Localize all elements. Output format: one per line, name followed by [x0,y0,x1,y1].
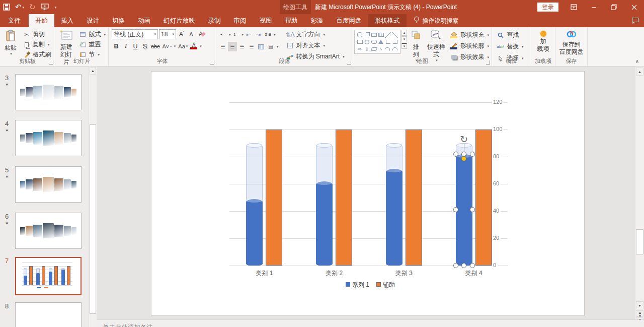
previous-slide-icon[interactable]: ▲▲ [636,310,643,317]
series1-bar-1[interactable] [24,276,27,285]
start-slideshow-icon[interactable] [41,4,49,11]
text-direction-button[interactable]: ⇅A文字方向▾ [285,30,346,39]
increase-indent-icon[interactable]: ⇥ [254,30,263,39]
restore-icon[interactable] [604,0,624,14]
tab-视图[interactable]: 视图 [253,14,279,27]
tab-设计[interactable]: 设计 [80,14,106,27]
clipboard-dialog-launcher-icon[interactable] [49,60,53,64]
cut-button[interactable]: ✂剪切 [21,30,52,39]
align-right-icon[interactable]: ☰ [237,42,247,51]
drawing-dialog-launcher-icon[interactable] [486,60,490,64]
layout-button[interactable]: 版式▾ [77,30,107,39]
series1-bar-1[interactable] [246,199,263,266]
tab-切换[interactable]: 切换 [106,14,131,27]
series1-bar-2[interactable] [316,181,333,266]
scroll-down-icon[interactable]: ▼ [636,301,643,309]
clear-formatting-icon[interactable]: A [197,30,206,39]
justify-icon[interactable]: ☰ [247,42,256,51]
series1-bar-2[interactable] [36,273,40,285]
aux-bar-3[interactable] [406,129,422,266]
tab-shape-format[interactable]: 形状格式 [368,14,407,27]
close-icon[interactable] [624,0,644,14]
decrease-indent-icon[interactable]: ⇤ [244,30,253,39]
copy-button[interactable]: 复制▾ [21,40,52,49]
thumbnails-scrollbar[interactable]: ▲ [89,67,97,327]
rotate-handle-icon[interactable]: ↻ [460,133,468,145]
arrange-button[interactable]: 排列▾ [408,29,424,58]
aux-bar-3[interactable] [54,266,58,285]
new-slide-button[interactable]: 新建 幻灯片▾ [56,29,76,58]
bar-chart[interactable]: 020406080100120类别 1类别 2类别 3类别 4系列 1辅助↻ [229,96,511,293]
tab-百度网盘[interactable]: 百度网盘 [330,14,368,27]
tab-插入[interactable]: 插入 [54,14,80,27]
shape-fill-button[interactable]: 形状填充▾ [448,30,491,40]
save-to-baidu-button[interactable]: 保存到 百度网盘 [556,29,586,57]
thumb-scroll-thumb[interactable] [90,124,96,314]
tab-彩漩[interactable]: 彩漩 [304,14,330,27]
shapes-gallery[interactable]: ⇨⇩ϟ [354,30,400,54]
aux-bar-2[interactable] [42,266,45,285]
scroll-thumb[interactable] [636,229,643,254]
tab-开始[interactable]: 开始 [29,14,54,27]
change-case-button[interactable]: Aa▾ [177,41,189,51]
scroll-up-icon[interactable]: ▲ [636,68,643,76]
numbering-icon[interactable]: 1– [231,30,240,39]
font-color-button[interactable]: A [189,41,198,51]
slide-thumbnail-3[interactable] [15,74,82,110]
slide-thumbnail-6[interactable] [15,213,82,249]
selection-handle[interactable] [470,263,475,268]
slide-thumbnail-8[interactable] [15,302,82,327]
aux-bar-2[interactable] [336,129,352,266]
series1-bar-4[interactable] [61,270,65,285]
customize-qat-icon[interactable]: ▾ [54,6,57,9]
tell-me-search[interactable]: 操作说明搜索 [407,14,459,27]
redo-icon[interactable]: ↻ [29,4,36,11]
replace-button[interactable]: ab⇄替换▾ [495,42,528,51]
grow-font-icon[interactable]: Aˆ [177,30,186,39]
slide-thumbnail-7[interactable] [15,257,82,295]
selection-handle[interactable] [470,152,475,157]
adjust-handle[interactable] [461,156,466,161]
addins-button[interactable]: 加 载项 [532,29,554,54]
main-scrollbar[interactable]: ▲ ▼ ▲▲ ▼▼ [635,67,644,325]
tab-file[interactable]: 文件 [0,14,29,27]
align-center-icon[interactable]: ☰ [228,42,237,51]
font-name-combo[interactable]: 等线 (正文)▾ [112,29,158,39]
columns-icon[interactable] [257,42,266,51]
underline-button[interactable]: U [131,41,140,51]
selection-handle[interactable] [461,263,466,268]
series1-bar-3[interactable] [386,169,403,266]
strikethrough-button[interactable]: abc [150,41,161,51]
gallery-up-icon[interactable]: ▲ [401,30,407,36]
paste-button[interactable]: 粘贴▾ [1,29,20,58]
selection-handle[interactable] [453,207,458,212]
ribbon-display-options-icon[interactable] [564,0,584,14]
aux-bar-4[interactable] [475,129,492,266]
collapse-ribbon-icon[interactable]: ∧ [635,58,639,64]
minimize-icon[interactable] [584,0,604,14]
series1-bar-3[interactable] [49,272,52,285]
find-button[interactable]: 查找 [495,30,528,40]
aux-bar-4[interactable] [67,266,70,285]
sign-in-button[interactable]: 登录 [537,3,558,12]
shape-outline-button[interactable]: 形状轮廓▾ [448,41,491,51]
selection-handle[interactable] [453,263,458,268]
slide-thumbnail-5[interactable] [15,166,82,203]
character-spacing-button[interactable]: AV↔▾ [162,41,177,51]
bold-button[interactable]: B [112,41,121,51]
shrink-font-icon[interactable]: Aˇ [187,30,196,39]
reset-button[interactable]: 重置 [77,40,107,49]
line-spacing-icon[interactable]: ⇕≡ [263,30,272,39]
notes-pane[interactable]: 单击此处添加备注 [97,319,644,327]
add-remove-columns-icon[interactable]: ▤ [266,42,275,51]
slide-7-canvas[interactable]: 020406080100120类别 1类别 2类别 3类别 4系列 1辅助↻ [151,71,585,315]
tab-帮助[interactable]: 帮助 [279,14,304,27]
tab-录制[interactable]: 录制 [202,14,227,27]
aux-bar-1[interactable] [266,129,282,266]
selection-handle[interactable] [453,152,458,157]
tab-幻灯片放映[interactable]: 幻灯片放映 [157,14,202,27]
gallery-more-icon[interactable]: ▼ [401,43,407,49]
shadow-button[interactable]: S [140,41,149,51]
italic-button[interactable]: I [121,41,130,51]
font-size-combo[interactable]: 18▾ [159,29,176,39]
